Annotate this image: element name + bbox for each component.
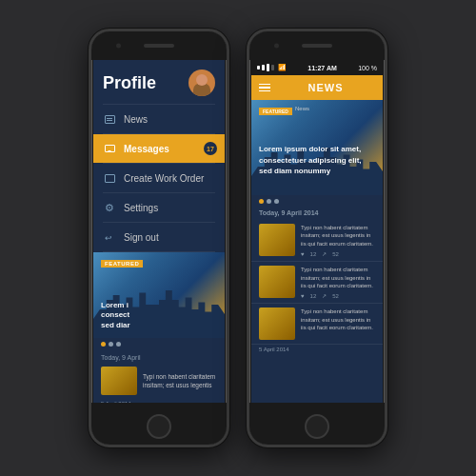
camera-dot	[116, 44, 121, 49]
status-bar: 📶 11:27 AM 100 %	[251, 60, 383, 75]
phone-2-screen: 📶 11:27 AM 100 % NEWS FEATURED News Lore…	[251, 60, 383, 403]
featured-line2: consect	[101, 310, 130, 320]
like-icon-2: ♥	[301, 293, 305, 299]
menu-items: News Messages 17 Create Work Order	[93, 104, 225, 252]
status-time: 11:27 AM	[307, 65, 336, 71]
phone-1-bottom-bar	[91, 403, 227, 447]
status-left: 📶	[257, 64, 287, 71]
shares-1: 52	[332, 251, 339, 257]
dots-row	[93, 338, 225, 350]
card-thumb-1	[259, 224, 295, 256]
sidebar-item-settings[interactable]: ⚙ Settings	[93, 193, 225, 222]
card-thumb-3	[259, 307, 295, 340]
card-thumb-2	[259, 266, 295, 298]
home-button[interactable]	[147, 414, 171, 439]
sidebar-item-signout[interactable]: ↩ Sign out	[93, 223, 225, 251]
profile-title: Profile	[103, 73, 181, 93]
settings-icon: ⚙	[103, 201, 116, 214]
menu-label-settings: Settings	[124, 203, 158, 213]
home-button-2[interactable]	[305, 414, 329, 439]
featured-big-text: Lorem ipsum dolor sit amet,consectetuer …	[259, 144, 375, 176]
card-text-2: Typi non habent claritatem insitam; est …	[301, 266, 375, 289]
hamburger-line-3	[259, 90, 270, 92]
card-content-3: Typi non habent claritatem insitam; est …	[301, 307, 375, 340]
news-icon	[103, 112, 116, 126]
card-text-3: Typi non habent claritatem insitam; est …	[301, 307, 375, 331]
featured-big: FEATURED News Lorem ipsum dolor sit amet…	[251, 100, 383, 195]
speaker-2	[302, 44, 332, 48]
dot-1	[101, 342, 106, 347]
news-date: Today, 9 April	[93, 350, 225, 363]
dot-2	[109, 342, 113, 347]
content-preview: FEATURED Lorem i consect sed diar Today,…	[93, 252, 225, 403]
phone-1-top-bar	[91, 31, 227, 60]
menu-label-work: Create Work Order	[124, 173, 204, 184]
signal-3	[267, 64, 269, 71]
avatar	[188, 69, 215, 96]
news-date-small-2: 5 April 2014	[251, 345, 383, 354]
menu-label-news: News	[124, 114, 148, 125]
news-row: Typi non habent claritateminsitam; est u…	[93, 363, 225, 399]
card-meta-2: ♥ 12 ↗ 52	[301, 292, 375, 299]
dot-c	[274, 199, 279, 204]
camera-dot-2	[274, 44, 279, 49]
like-icon: ♥	[301, 251, 305, 257]
phone-2-top-bar	[249, 31, 385, 60]
signal-2	[262, 65, 265, 70]
phone-2: 📶 11:27 AM 100 % NEWS FEATURED News Lore…	[247, 29, 387, 447]
messages-badge: 17	[204, 142, 217, 155]
avatar-head	[196, 74, 208, 86]
card-content-1: Typi non habent claritatem insitam; est …	[301, 224, 375, 257]
signal-1	[257, 66, 260, 69]
featured-badge: FEATURED	[259, 108, 292, 115]
wifi-icon: 📶	[278, 64, 287, 71]
featured-news-label: News	[295, 106, 309, 111]
phone-1: Profile News Messages 17	[89, 29, 229, 447]
phone-2-bottom-bar	[249, 403, 385, 447]
featured-label: FEATURED	[101, 260, 143, 268]
signal-4	[271, 65, 274, 70]
news-thumbnail	[101, 367, 137, 395]
hamburger-line-1	[259, 84, 270, 86]
share-icon-2: ↗	[322, 292, 327, 299]
dot-b	[267, 199, 271, 204]
featured-image: FEATURED Lorem i consect sed diar	[93, 252, 225, 338]
status-battery: 100 %	[358, 65, 377, 71]
sidebar-item-messages[interactable]: Messages 17	[93, 134, 225, 163]
news-card-1[interactable]: Typi non habent claritatem insitam; est …	[251, 220, 383, 262]
share-icon: ↗	[322, 250, 327, 257]
news-header-title: NEWS	[276, 82, 375, 93]
likes-1: 12	[310, 251, 317, 257]
sidebar-item-news[interactable]: News	[93, 105, 225, 133]
messages-icon	[103, 142, 116, 155]
featured-text: Lorem i consect sed diar	[101, 301, 130, 330]
hamburger-line-2	[259, 87, 270, 89]
menu-label-messages: Messages	[124, 144, 169, 154]
menu-label-signout: Sign out	[124, 232, 159, 243]
phone-1-screen: Profile News Messages 17	[93, 60, 225, 403]
featured-line3: sed diar	[101, 321, 130, 330]
work-icon	[103, 171, 116, 185]
card-text-1: Typi non habent claritatem insitam; est …	[301, 224, 375, 248]
dots-row-2	[251, 195, 383, 208]
news-card-3[interactable]: Typi non habent claritatem insitam; est …	[251, 304, 383, 345]
sidebar-item-work-order[interactable]: Create Work Order	[93, 164, 225, 192]
news-date-small: 5 April 2014	[93, 399, 225, 403]
shares-2: 52	[332, 293, 339, 299]
news-card-2[interactable]: Typi non habent claritatem insitam; est …	[251, 262, 383, 304]
featured-line1: Lorem i	[101, 301, 130, 310]
hamburger-icon[interactable]	[259, 84, 270, 92]
news-header: NEWS	[251, 75, 383, 100]
signout-icon: ↩	[103, 230, 116, 244]
card-content-2: Typi non habent claritatem insitam; est …	[301, 266, 375, 299]
dot-a	[259, 199, 264, 204]
profile-header: Profile	[93, 60, 225, 104]
card-meta-1: ♥ 12 ↗ 52	[301, 250, 375, 257]
dot-3	[116, 342, 121, 347]
news-text: Typi non habent claritateminsitam; est u…	[143, 372, 215, 389]
speaker	[144, 44, 174, 48]
likes-2: 12	[310, 293, 317, 299]
news-date-2: Today, 9 April 2014	[251, 208, 383, 220]
